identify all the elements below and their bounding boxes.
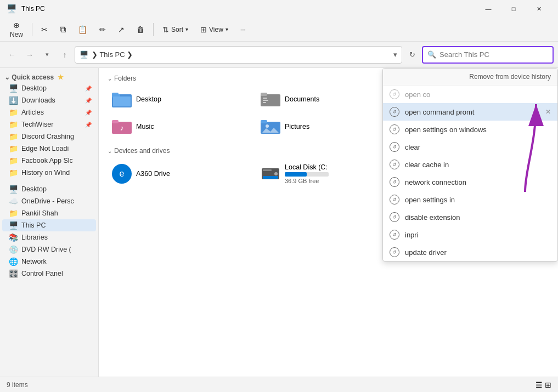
techwiser-icon: 📁 (9, 120, 18, 129)
close-button[interactable]: ✕ (526, 0, 551, 18)
facebook-icon: 📁 (9, 156, 18, 165)
dropdown-item-inpri[interactable]: ↺ inpri (383, 226, 557, 243)
search-input[interactable] (439, 50, 548, 59)
view-list-button[interactable]: ☰ (536, 380, 543, 389)
dropdown-item-clearcache[interactable]: ↺ clear cache in (383, 156, 557, 173)
sidebar-item-pankil[interactable]: 📁 Pankil Shah (2, 207, 96, 219)
address-chevron-icon[interactable]: ▾ (393, 50, 397, 59)
svg-point-16 (266, 124, 269, 128)
svg-rect-12 (112, 120, 119, 123)
history-icon-8: ↺ (390, 212, 399, 222)
remove-item-button[interactable]: ✕ (545, 108, 551, 116)
history-icon-2: ↺ (390, 107, 399, 117)
device-a360[interactable]: e A360 Drive (108, 160, 252, 188)
svg-rect-8 (263, 102, 266, 103)
app-title: This PC (21, 5, 45, 13)
folder-desktop[interactable]: Desktop (108, 88, 252, 111)
recent-locations-button[interactable]: ▾ (40, 47, 55, 63)
sidebar-item-libraries[interactable]: 📚 Libraries (2, 231, 96, 243)
view-icon: ⊞ (200, 25, 207, 34)
a360-icon: e (112, 164, 132, 184)
sidebar-item-techwiser[interactable]: 📁 TechWiser 📌 (2, 118, 96, 130)
sidebar-item-discord[interactable]: 📁 Discord Crashing (2, 130, 96, 143)
sidebar: ⌄ Quick access ★ 🖥️ Desktop 📌 ⬇️ Downloa… (0, 68, 99, 377)
svg-rect-7 (263, 100, 268, 101)
refresh-button[interactable]: ↻ (404, 47, 420, 63)
status-bar: 9 items ☰ ⊞ (0, 377, 558, 392)
quick-access-chevron: ⌄ (4, 73, 12, 81)
dropdown-item-opensettings[interactable]: ↺ open settings on windows (383, 121, 557, 138)
sidebar-item-downloads[interactable]: ⬇️ Downloads 📌 (2, 94, 96, 106)
disk-progress-bar (285, 172, 329, 177)
minimize-button[interactable]: — (476, 0, 501, 18)
sidebar-item-onedrive[interactable]: ☁️ OneDrive - Persc (2, 195, 96, 207)
history-icon-9: ↺ (390, 230, 399, 240)
localdisk-icon (261, 164, 280, 184)
rename-button[interactable]: ✏ (94, 19, 111, 40)
sidebar-item-history[interactable]: 📁 History on Wind (2, 167, 96, 179)
sidebar-item-thispc[interactable]: 🖥️ This PC (2, 219, 96, 231)
pin-icon: 📌 (85, 86, 92, 92)
search-icon: 🔍 (427, 50, 436, 59)
delete-icon: 🗑 (137, 25, 144, 34)
address-bar: ← → ▾ ↑ 🖥️ ❯ This PC ❯ ▾ ↻ 🔍 (0, 42, 558, 68)
sidebar-item-controlpanel[interactable]: 🎛️ Control Panel (2, 268, 96, 280)
folder-music[interactable]: ♪ Music (108, 115, 252, 138)
sidebar-item-desktop[interactable]: 🖥️ Desktop 📌 (2, 82, 96, 94)
title-bar-controls: — □ ✕ (476, 0, 551, 18)
history-icon-4: ↺ (390, 142, 399, 152)
up-button[interactable]: ↑ (57, 47, 72, 63)
sidebar-item-desktop2[interactable]: 🖥️ Desktop (2, 183, 96, 195)
title-bar-left: 🖥️ This PC (7, 4, 45, 14)
sidebar-item-articles[interactable]: 📁 Articles 📌 (2, 106, 96, 118)
dropdown-item-network[interactable]: ↺ network connection (383, 173, 557, 191)
sidebar-item-dvddrive[interactable]: 💿 DVD RW Drive ( (2, 243, 96, 255)
folder-pictures[interactable]: Pictures (256, 115, 401, 138)
sidebar-item-facebook[interactable]: 📁 Facbook App Slc (2, 155, 96, 167)
paste-button[interactable]: 📋 (72, 19, 93, 40)
search-dropdown: Remove from device history ↺ open co ↺ o… (382, 68, 558, 262)
dropdown-item-opencmd2[interactable]: ↺ open command promt ✕ (383, 103, 557, 121)
libraries-icon: 📚 (9, 233, 18, 242)
thispc-icon: 🖥️ (9, 221, 18, 230)
folder-documents[interactable]: Documents (256, 88, 401, 111)
history-folder-icon: 📁 (9, 168, 18, 177)
rename-icon: ✏ (99, 25, 106, 34)
copy-button[interactable]: ⧉ (54, 19, 71, 40)
devices-chevron-icon: ⌄ (108, 148, 112, 154)
svg-rect-24 (263, 169, 272, 171)
sort-button[interactable]: ⇅ Sort ▾ (157, 19, 194, 40)
back-button[interactable]: ← (4, 47, 20, 63)
delete-button[interactable]: 🗑 (131, 19, 150, 40)
folders-chevron-icon: ⌄ (108, 76, 112, 82)
app-icon: 🖥️ (7, 4, 17, 14)
view-button[interactable]: ⊞ View ▾ (195, 19, 234, 40)
desktop-icon: 🖥️ (9, 84, 18, 93)
cut-button[interactable]: ✂ (36, 19, 53, 40)
quick-access-star: ★ (58, 73, 64, 81)
dropdown-item-opensettingsin[interactable]: ↺ open settings in (383, 191, 557, 208)
sidebar-item-network[interactable]: 🌐 Network (2, 255, 96, 268)
view-grid-button[interactable]: ⊞ (545, 380, 551, 389)
desktop-folder-icon (112, 91, 132, 107)
toolbar-separator-2 (153, 23, 154, 36)
forward-button[interactable]: → (22, 47, 37, 63)
dropdown-item-updatedriver[interactable]: ↺ update driver (383, 243, 557, 261)
new-button[interactable]: ⊕ New (4, 19, 29, 40)
dropdown-item-clear[interactable]: ↺ clear (383, 138, 557, 156)
history-icon-10: ↺ (390, 247, 399, 257)
dropdown-item-disable[interactable]: ↺ disable extension (383, 208, 557, 226)
device-localdisk[interactable]: Local Disk (C: 36.9 GB free (256, 160, 401, 188)
path-icon: 🖥️ (80, 50, 88, 59)
edge-icon: 📁 (9, 144, 18, 153)
search-box[interactable]: 🔍 (422, 46, 554, 64)
sidebar-item-edge[interactable]: 📁 Edge Not Loadi (2, 143, 96, 155)
more-button[interactable]: ··· (235, 19, 251, 40)
share-button[interactable]: ↗ (112, 19, 130, 40)
dvd-drive-icon: 💿 (9, 245, 18, 254)
address-bar-input[interactable]: 🖥️ ❯ This PC ❯ ▾ (75, 46, 402, 64)
toolbar-separator-1 (32, 23, 32, 36)
maximize-button[interactable]: □ (501, 0, 526, 18)
dropdown-item-opencmd1[interactable]: ↺ open co (383, 86, 557, 103)
item-count: 9 items (7, 381, 28, 389)
